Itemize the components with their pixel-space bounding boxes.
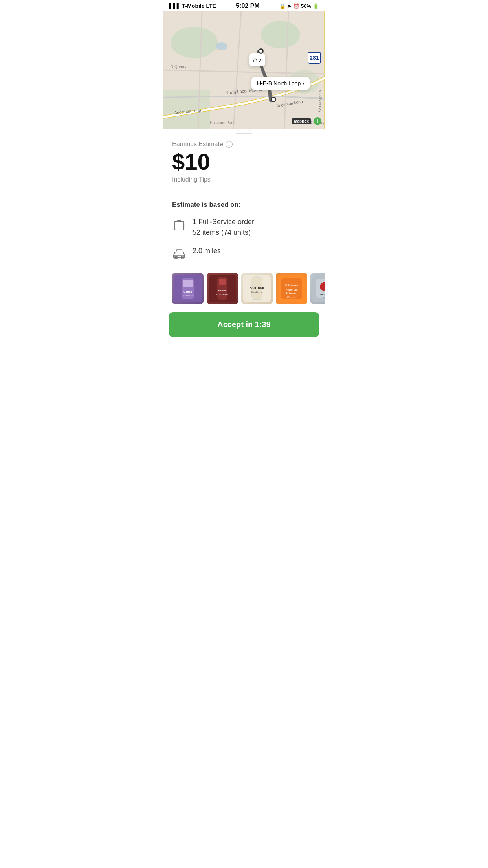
earnings-amount: $10 bbox=[172, 149, 316, 175]
estimate-based-label: Estimate is based on: bbox=[172, 201, 316, 209]
svg-rect-32 bbox=[219, 279, 226, 285]
svg-text:Petite Cut: Petite Cut bbox=[286, 288, 298, 291]
estimate-miles-row: 2.0 miles bbox=[172, 246, 316, 263]
carrier-label: T-Mobile bbox=[182, 3, 205, 9]
svg-text:McAllister Fwy: McAllister Fwy bbox=[318, 90, 322, 112]
bag-icon bbox=[172, 217, 186, 234]
mapbox-logo: mapbox bbox=[292, 118, 311, 124]
svg-text:Creamer: Creamer bbox=[183, 294, 192, 297]
product-item-pantene: PANTENE Conditioner bbox=[241, 273, 273, 304]
lock-icon: 🔒 bbox=[279, 3, 286, 9]
earnings-label-row: Earnings Estimate i bbox=[172, 141, 316, 148]
store-chevron-icon: › bbox=[302, 80, 304, 86]
including-tips-label: Including Tips bbox=[172, 176, 316, 183]
svg-point-1 bbox=[171, 27, 218, 58]
home-icon: ⌂ bbox=[253, 56, 257, 64]
svg-text:O Organics: O Organics bbox=[285, 284, 298, 286]
svg-text:Keratin: Keratin bbox=[218, 289, 227, 292]
product-item-coffee: Coffee Creamer bbox=[172, 273, 204, 304]
product-item-carrots: O Organics Petite Cut & Peeled Carrots bbox=[276, 273, 307, 304]
mapbox-info-icon[interactable]: i bbox=[314, 117, 321, 125]
svg-text:CRANBERRY: CRANBERRY bbox=[319, 293, 325, 296]
mapbox-attribution: mapbox i bbox=[292, 117, 321, 125]
svg-text:& Peeled: & Peeled bbox=[286, 292, 297, 295]
route-end-dot bbox=[271, 97, 276, 102]
status-time: 5:02 PM bbox=[236, 2, 259, 9]
battery-label: 56% bbox=[301, 3, 311, 9]
estimate-items-list: 1 Full-Service order 52 items (74 units)… bbox=[172, 217, 316, 263]
order-detail: 1 Full-Service order bbox=[193, 217, 254, 227]
svg-text:Shavano Park: Shavano Park bbox=[210, 121, 235, 125]
accept-button[interactable]: Accept in 1:39 bbox=[169, 312, 319, 337]
estimate-order-text: 1 Full-Service order 52 items (74 units) bbox=[193, 217, 254, 238]
product-item-cranberry: CRANBERRY SAUCE bbox=[310, 273, 325, 304]
alarm-icon: ⏰ bbox=[293, 3, 299, 9]
location-icon: ➤ bbox=[287, 3, 292, 9]
content-area: Earnings Estimate i $10 Including Tips E… bbox=[163, 137, 325, 263]
status-right: 🔒 ➤ ⏰ 56% 🔋 bbox=[279, 3, 319, 9]
network-label: LTE bbox=[206, 3, 216, 9]
svg-text:Conditioner: Conditioner bbox=[251, 291, 263, 293]
store-tooltip[interactable]: H-E-B North Loop › bbox=[251, 77, 310, 90]
estimate-miles-text: 2.0 miles bbox=[193, 246, 221, 256]
estimate-order-row: 1 Full-Service order 52 items (74 units) bbox=[172, 217, 316, 238]
battery-icon: 🔋 bbox=[313, 3, 319, 9]
chevron-icon: › bbox=[259, 56, 261, 64]
drag-handle[interactable] bbox=[163, 129, 325, 137]
items-detail: 52 items (74 units) bbox=[193, 227, 254, 238]
svg-text:Conditioner: Conditioner bbox=[216, 293, 229, 296]
car-icon bbox=[172, 246, 186, 263]
svg-text:281: 281 bbox=[310, 55, 319, 61]
product-item-conditioner: Keratin Conditioner bbox=[207, 273, 238, 304]
status-bar: ▌▌▌ T-Mobile LTE 5:02 PM 🔒 ➤ ⏰ 56% 🔋 bbox=[163, 0, 325, 11]
svg-text:Coffee: Coffee bbox=[183, 291, 192, 293]
route-start-dot bbox=[258, 48, 264, 54]
svg-text:SAUCE: SAUCE bbox=[323, 296, 325, 299]
earnings-info-icon[interactable]: i bbox=[226, 141, 233, 148]
svg-point-5 bbox=[216, 42, 227, 50]
home-popup: ⌂ › bbox=[249, 53, 265, 66]
svg-rect-21 bbox=[174, 221, 184, 230]
status-left: ▌▌▌ T-Mobile LTE bbox=[169, 3, 216, 9]
svg-point-2 bbox=[261, 21, 300, 48]
products-strip[interactable]: Coffee Creamer Keratin Conditioner PANTE… bbox=[163, 273, 325, 312]
info-letter: i bbox=[317, 118, 318, 124]
section-divider bbox=[172, 191, 316, 191]
svg-text:Carrots: Carrots bbox=[287, 296, 296, 299]
svg-text:N Quarry: N Quarry bbox=[171, 64, 187, 69]
drag-handle-bar bbox=[236, 133, 252, 134]
store-name-label: H-E-B North Loop bbox=[257, 80, 301, 86]
earnings-label-text: Earnings Estimate bbox=[172, 141, 223, 148]
svg-rect-27 bbox=[183, 280, 193, 287]
signal-icon: ▌▌▌ bbox=[169, 3, 181, 9]
svg-text:PANTENE: PANTENE bbox=[250, 286, 264, 289]
map-container[interactable]: North Loop 1604 W Anderson Loop Anderson… bbox=[163, 11, 325, 129]
